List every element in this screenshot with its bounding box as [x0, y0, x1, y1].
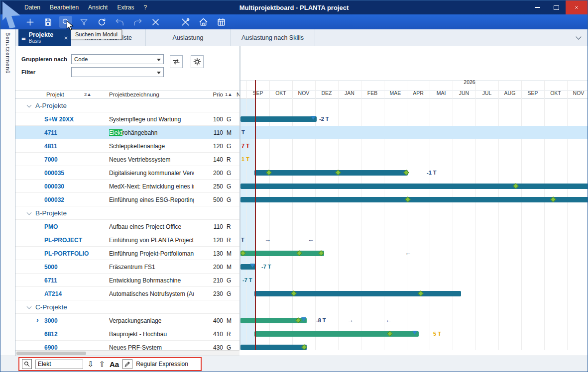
- search-mode-button[interactable]: [22, 359, 32, 369]
- tab-auslastung[interactable]: Auslastung: [146, 29, 231, 46]
- table-row[interactable]: 6711Entwicklung Bohrmaschine210G: [15, 274, 239, 287]
- filter-select[interactable]: [71, 67, 164, 77]
- tools-icon[interactable]: [179, 16, 192, 28]
- menu-extras[interactable]: Extras: [117, 4, 134, 11]
- project-code[interactable]: AT214: [44, 290, 62, 297]
- table-row[interactable]: 000032Einführung eines ESG-Reporting-Sys…: [15, 193, 239, 206]
- user-menu-strip[interactable]: Benutzermenü: [0, 29, 15, 356]
- project-code[interactable]: 4711: [44, 129, 57, 136]
- table-row[interactable]: 000030MedX-Next: Entwicklung eines innov…: [15, 180, 239, 193]
- project-code[interactable]: 6711: [44, 277, 57, 284]
- table-row[interactable]: 6812Bauprojekt - Hochbau410R: [15, 327, 239, 341]
- project-code[interactable]: PL-PROJECT: [44, 237, 82, 244]
- undo-icon[interactable]: [113, 16, 126, 28]
- table-row[interactable]: 5000Fräszentrum FS1200M: [15, 260, 239, 274]
- expand-icon[interactable]: ›: [36, 316, 39, 324]
- board-icon[interactable]: [215, 16, 228, 28]
- module-menu-icon[interactable]: ≡: [21, 34, 26, 42]
- project-code[interactable]: 6812: [44, 331, 58, 338]
- home-icon[interactable]: [197, 16, 210, 28]
- menu-[interactable]: ?: [143, 4, 147, 11]
- project-code[interactable]: 000030: [44, 183, 64, 190]
- table-row[interactable]: 7000Neues Vertriebssystem140R: [15, 153, 239, 166]
- tab-projekte[interactable]: ≡ Projekte Basis: [18, 29, 71, 46]
- status-letter: M: [227, 129, 232, 136]
- project-code[interactable]: 3000: [44, 317, 58, 324]
- horizontal-scrollbar[interactable]: [15, 350, 239, 356]
- maximize-button[interactable]: [547, 0, 566, 14]
- gantt-bar[interactable]: [240, 184, 588, 189]
- tab-overflow-chevron-icon[interactable]: [576, 34, 581, 39]
- month-label: MAE: [384, 90, 407, 98]
- table-row[interactable]: 000035Digitalisierung kommunaler Verwalt…: [15, 166, 239, 180]
- table-row[interactable]: 4711Elektrohängebahn110M: [15, 126, 239, 139]
- project-code[interactable]: 6900: [44, 344, 58, 350]
- search-next-button[interactable]: ⇩: [87, 360, 95, 369]
- sort-indicator-prio[interactable]: 1▲: [225, 92, 233, 97]
- project-code[interactable]: 5000: [44, 264, 58, 271]
- gantt-bar[interactable]: [254, 291, 461, 296]
- table-row[interactable]: ›3000Verpackungsanlage400M: [15, 314, 239, 327]
- tab-auslastung-nach-skills[interactable]: Auslastung nach Skills: [231, 29, 315, 46]
- search-prev-button[interactable]: ⇧: [98, 360, 106, 369]
- gantt-panel: 2026 SEPOKTNOVDEZJANFEBMAEAPRMAIJUNJULAU…: [239, 46, 588, 350]
- redo-icon[interactable]: [131, 16, 144, 28]
- close-icon[interactable]: [149, 16, 162, 28]
- menu-daten[interactable]: Daten: [24, 4, 40, 11]
- group-row[interactable]: A-Projekte: [15, 99, 239, 112]
- chevron-down-icon[interactable]: [27, 210, 32, 215]
- priority-value: 110: [192, 129, 223, 136]
- minimize-button[interactable]: [528, 0, 547, 14]
- table-row[interactable]: PMOAufbau eines Project Office110R: [15, 220, 239, 233]
- filter-icon[interactable]: [77, 16, 90, 28]
- column-projektbezeichnung[interactable]: Projektbezeichnung: [109, 92, 159, 97]
- project-code[interactable]: PL-PORTFOLIO: [44, 250, 89, 257]
- scrollbar-thumb[interactable]: [16, 352, 86, 355]
- settings-button[interactable]: [191, 55, 204, 68]
- gantt-bar[interactable]: [240, 197, 588, 202]
- tab-projekte-text: Projekte Basis: [29, 32, 53, 44]
- group-by-select[interactable]: Code: [71, 54, 164, 64]
- project-code[interactable]: 7000: [44, 156, 58, 163]
- group-row[interactable]: C-Projekte: [15, 300, 239, 314]
- table-row[interactable]: AT214Automatisches Notrufsystem (Autom..…: [15, 287, 239, 300]
- table-row[interactable]: PL-PORTFOLIOEinführung Projekt-Portfolio…: [15, 247, 239, 260]
- table-row[interactable]: 6900Neues PRF-System430G: [15, 341, 239, 350]
- column-projekt[interactable]: Projekt: [46, 92, 64, 97]
- table-row[interactable]: S+W 20XXSystempflege und Wartung100G: [15, 112, 239, 126]
- close-button[interactable]: [566, 0, 588, 14]
- chevron-down-icon[interactable]: [27, 103, 32, 108]
- regex-toggle[interactable]: Regular Expression: [136, 361, 188, 368]
- save-icon[interactable]: [41, 16, 54, 28]
- group-row[interactable]: B-Projekte: [15, 206, 239, 220]
- gantt-bar[interactable]: [254, 331, 419, 337]
- column-prio[interactable]: Prio: [206, 92, 223, 97]
- refresh-icon[interactable]: [95, 16, 108, 28]
- swap-view-button[interactable]: [170, 55, 183, 68]
- status-letter: G: [227, 183, 231, 190]
- gantt-bar[interactable]: [240, 251, 324, 256]
- menu-ansicht[interactable]: Ansicht: [88, 4, 108, 11]
- project-name: MedX-Next: Entwicklung eines innovat...: [109, 183, 194, 190]
- sort-indicator-projekt[interactable]: 2▲: [84, 92, 92, 97]
- project-code[interactable]: 4811: [44, 143, 57, 150]
- gantt-bar[interactable]: [240, 116, 317, 122]
- table-row[interactable]: PL-PROJECTEinführung von PLANTA Project1…: [15, 233, 239, 247]
- project-code[interactable]: 000032: [44, 196, 64, 203]
- table-row[interactable]: 4811Schleppkettenanlage120G: [15, 139, 239, 153]
- chevron-down-icon[interactable]: [27, 304, 32, 309]
- highlight-button[interactable]: [122, 359, 132, 369]
- month-gridline: [361, 80, 361, 350]
- minimize-icon: [535, 7, 540, 8]
- project-name: Einführung eines ESG-Reporting-Syste...: [109, 196, 194, 203]
- project-code[interactable]: S+W 20XX: [44, 116, 74, 123]
- tab-close-button[interactable]: [64, 33, 68, 42]
- add-icon[interactable]: [23, 16, 36, 28]
- gantt-bar[interactable]: [254, 170, 408, 176]
- menu-bearbeiten[interactable]: Bearbeiten: [50, 4, 79, 11]
- match-case-button[interactable]: Aa: [110, 360, 119, 369]
- search-input[interactable]: [35, 360, 83, 369]
- project-code[interactable]: 000035: [44, 170, 64, 177]
- gantt-bar[interactable]: [240, 345, 307, 350]
- project-code[interactable]: PMO: [44, 223, 58, 230]
